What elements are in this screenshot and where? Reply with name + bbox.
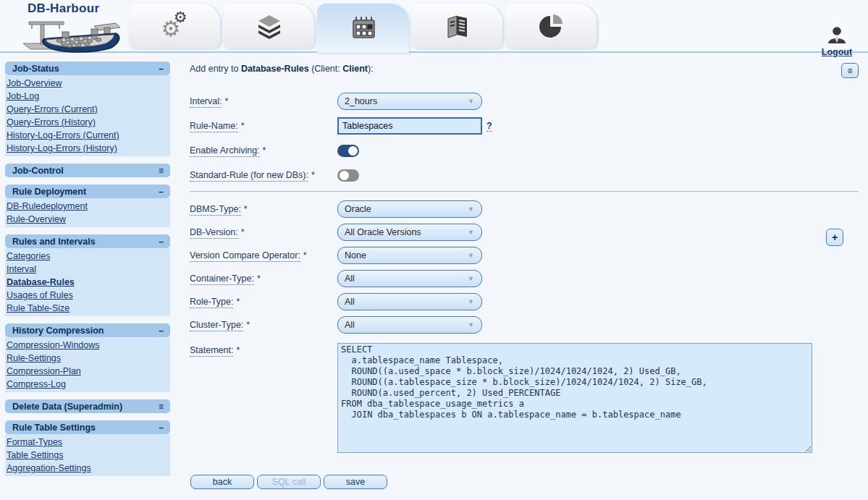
- sidebar-item-compress-log[interactable]: Compress-Log: [7, 378, 66, 391]
- container-type-label: Container-Type:: [190, 274, 254, 285]
- sidebar-nav: Job-Status – Job-Overview Job-Log Query-…: [5, 62, 170, 483]
- user-icon[interactable]: [827, 27, 846, 43]
- tab-layers[interactable]: [223, 4, 315, 48]
- section-header-rule-table-settings[interactable]: Rule Table Settings –: [5, 420, 170, 434]
- sql-call-button[interactable]: SQL call: [257, 475, 321, 489]
- standard-rule-toggle[interactable]: [337, 169, 359, 182]
- chevron-down-icon: ▼: [468, 298, 474, 305]
- collapse-icon: –: [159, 237, 164, 247]
- sidebar-item-job-log[interactable]: Job-Log: [7, 90, 39, 103]
- sidebar-item-query-errors-history[interactable]: Query-Errors (History): [7, 116, 96, 129]
- back-button[interactable]: back: [190, 475, 254, 489]
- version-compare-operator-field-row: Version Compare Operator:* None ▼: [190, 247, 859, 264]
- sidebar-item-aggregation-settings[interactable]: Aggregation-Settings: [7, 462, 91, 475]
- enable-archiving-field-row: Enable Archiving:*: [190, 142, 859, 159]
- sidebar-item-history-log-errors-current[interactable]: History-Log-Errors (Current): [7, 129, 119, 142]
- section-header-rules-and-intervals[interactable]: Rules and Intervals –: [5, 234, 170, 248]
- sidebar-item-database-rules[interactable]: Database-Rules: [7, 276, 75, 289]
- expand-icon: ≡: [159, 402, 164, 412]
- sidebar-item-rule-table-size[interactable]: Rule Table-Size: [7, 302, 69, 315]
- report-icon: [444, 13, 471, 39]
- section-header-history-compression[interactable]: History Compression –: [5, 323, 170, 337]
- logout-link[interactable]: Logout: [814, 47, 859, 57]
- container-type-field-row: Container-Type:* All ▼: [190, 270, 859, 287]
- app-logo[interactable]: DB-Harbour: [19, 1, 129, 56]
- chevron-down-icon: ▼: [468, 321, 474, 329]
- sidebar-item-format-types[interactable]: Format-Types: [7, 436, 62, 449]
- rule-name-help-link[interactable]: ?: [486, 121, 492, 132]
- chevron-down-icon: ▼: [468, 229, 474, 236]
- version-compare-operator-label: Version Compare Operator:: [190, 250, 300, 262]
- section-header-job-control[interactable]: Job-Control ≡: [5, 164, 170, 177]
- standard-rule-field-row: Standard-Rule (for new DBs):*: [190, 166, 859, 184]
- collapse-icon: –: [159, 423, 164, 433]
- layers-icon: [256, 13, 282, 39]
- sidebar-item-rule-settings[interactable]: Rule-Settings: [7, 352, 61, 365]
- sidebar-item-compression-plan[interactable]: Compression-Plan: [7, 365, 81, 378]
- chevron-down-icon: ▼: [468, 205, 474, 213]
- sidebar-item-history-log-errors-history[interactable]: History-Log-Errors (History): [7, 142, 117, 155]
- app-header: DB-Harbour ⚙: [0, 0, 868, 53]
- sidebar-item-categories[interactable]: Categories: [7, 250, 50, 263]
- db-version-field-row: DB-Version:* All Oracle Versions ▼: [190, 224, 859, 241]
- dbms-type-field-row: DBMS-Type:* Oracle ▼: [190, 200, 859, 218]
- tab-rules-calendar[interactable]: [317, 4, 409, 53]
- rule-name-input[interactable]: [337, 117, 482, 135]
- gears-icon: ⚙ ⚙: [161, 12, 190, 41]
- sidebar-item-usages-of-rules[interactable]: Usages of Rules: [7, 289, 73, 302]
- tab-statistics[interactable]: [505, 4, 597, 48]
- sidebar-item-query-errors-current[interactable]: Query-Errors (Current): [7, 103, 98, 116]
- section-header-delete-data[interactable]: Delete Data (Superadmin) ≡: [5, 399, 170, 413]
- statement-textarea[interactable]: SELECT a.tablespace_name Tablespace, ROU…: [337, 343, 812, 453]
- version-compare-operator-select[interactable]: None ▼: [337, 247, 482, 264]
- page-menu-button[interactable]: ≡: [841, 63, 859, 78]
- section-header-job-status[interactable]: Job-Status –: [5, 62, 170, 75]
- harbour-ship-icon: [19, 16, 125, 54]
- cluster-type-label: Cluster-Type:: [190, 320, 243, 331]
- page-title: Add entry to Database-Rules (Client: Cli…: [190, 64, 859, 80]
- main-nav-tabs: ⚙ ⚙: [129, 4, 597, 53]
- calendar-icon: [350, 15, 376, 41]
- section-header-rule-deployment[interactable]: Rule Deployment –: [5, 185, 170, 198]
- rule-form: Interval:* 2_hours ▼ Rule-Name:* ? Enabl…: [190, 93, 859, 489]
- chevron-down-icon: ▼: [468, 252, 474, 259]
- save-button[interactable]: save: [324, 475, 387, 489]
- container-type-select[interactable]: All ▼: [337, 270, 482, 287]
- interval-select[interactable]: 2_hours ▼: [337, 93, 482, 110]
- collapse-icon: –: [159, 187, 164, 197]
- sidebar-item-interval[interactable]: Interval: [7, 263, 36, 276]
- role-type-select[interactable]: All ▼: [337, 293, 482, 310]
- standard-rule-label: Standard-Rule (for new DBs):: [190, 170, 308, 182]
- main-content: Add entry to Database-Rules (Client: Cli…: [190, 62, 859, 489]
- sidebar-section-rule-table-settings: Rule Table Settings – Format-Types Table…: [5, 420, 170, 476]
- db-version-label: DB-Version:: [190, 227, 238, 239]
- sidebar-section-job-control: Job-Control ≡: [5, 164, 170, 177]
- cluster-type-select[interactable]: All ▼: [337, 316, 482, 334]
- dbms-type-select[interactable]: Oracle ▼: [337, 200, 482, 218]
- sidebar-item-rule-overview[interactable]: Rule-Overview: [7, 213, 66, 226]
- form-actions: back SQL call save: [190, 475, 859, 489]
- cluster-type-field-row: Cluster-Type:* All ▼: [190, 316, 859, 334]
- sidebar-item-table-settings[interactable]: Table Settings: [7, 449, 64, 462]
- enable-archiving-label: Enable Archiving:: [190, 145, 260, 157]
- dbms-type-label: DBMS-Type:: [190, 204, 241, 216]
- role-type-label: Role-Type:: [190, 297, 233, 308]
- chevron-down-icon: ▼: [468, 98, 474, 105]
- db-version-select[interactable]: All Oracle Versions ▼: [337, 224, 482, 241]
- sidebar-item-compression-windows[interactable]: Compression-Windows: [7, 339, 100, 352]
- sidebar-section-delete-data: Delete Data (Superadmin) ≡: [5, 399, 170, 413]
- sidebar-item-db-ruledeployment[interactable]: DB-Ruledeployment: [7, 200, 88, 213]
- app-title: DB-Harbour: [19, 1, 129, 16]
- sidebar-item-job-overview[interactable]: Job-Overview: [7, 77, 62, 90]
- sidebar-section-rules-and-intervals: Rules and Intervals – Categories Interva…: [5, 234, 170, 316]
- sidebar-section-history-compression: History Compression – Compression-Window…: [5, 323, 170, 392]
- collapse-icon: –: [159, 64, 164, 74]
- collapse-icon: –: [159, 326, 164, 336]
- interval-label: Interval:: [190, 96, 222, 108]
- form-section-divider: [190, 191, 859, 192]
- tab-databases[interactable]: [411, 4, 503, 48]
- rule-name-field-row: Rule-Name:* ?: [190, 117, 859, 135]
- enable-archiving-toggle[interactable]: [337, 145, 359, 157]
- tab-settings[interactable]: ⚙ ⚙: [129, 4, 221, 48]
- logout-area: Logout: [814, 27, 859, 57]
